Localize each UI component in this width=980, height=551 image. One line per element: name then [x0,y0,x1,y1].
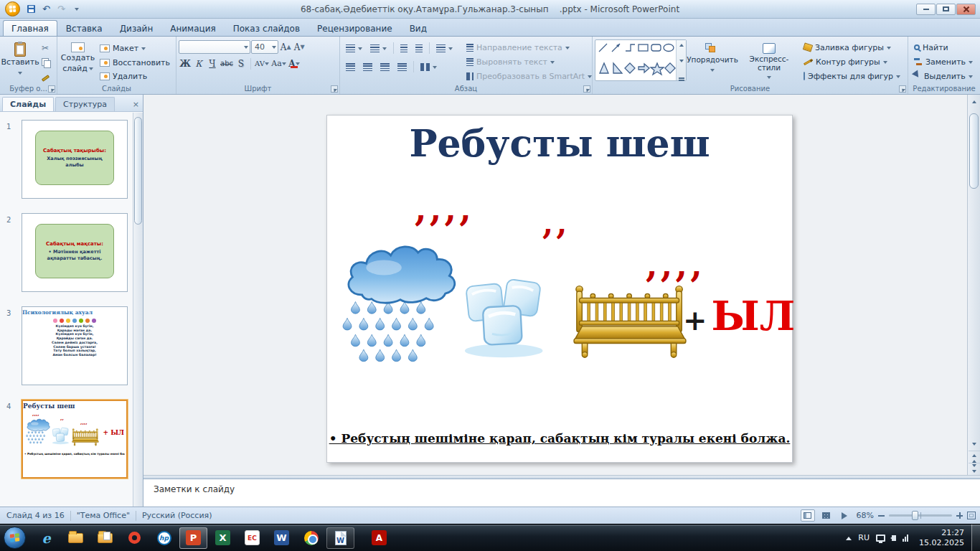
arrange-button[interactable]: Упорядочить [687,39,738,83]
panel-close-button[interactable]: × [133,100,139,108]
minimize-button[interactable] [916,4,936,15]
font-name-combo[interactable] [179,40,250,54]
shape-outline-button[interactable]: Контур фигуры [800,55,903,69]
rain-cloud-image[interactable] [341,239,458,365]
language-indicator[interactable]: Русский (Россия) [142,511,212,520]
character-spacing-button[interactable]: AV [254,57,270,70]
rebus-commas-2[interactable]: ,, [542,207,570,239]
justify-button[interactable] [394,60,410,74]
slide-thumbnail-1[interactable]: Сабақтың тақырыбы: Халық поэзиясының алы… [22,120,128,199]
reset-slide-button[interactable]: Восстановить [96,56,174,70]
scrollbar-thumb[interactable] [969,113,979,189]
tab-home[interactable]: Главная [3,20,57,36]
align-text-button[interactable]: Выровнять текст [463,55,589,69]
panel-scrollbar[interactable] [133,113,143,507]
taskbar-explorer-icon[interactable] [62,527,90,549]
shapes-gallery[interactable] [595,39,687,81]
taskbar-ec-app-icon[interactable]: ЕС [238,527,266,549]
columns-button[interactable] [417,60,440,74]
slideshow-button[interactable] [838,509,852,522]
decrease-indent-button[interactable] [397,41,411,55]
next-slide-button[interactable] [969,463,980,475]
rebus-commas-3[interactable]: ,,,, [646,248,705,282]
zoom-in-button[interactable] [956,512,963,519]
maximize-button[interactable] [936,4,956,15]
drawing-dialog-launcher[interactable] [899,85,906,93]
zoom-slider-thumb[interactable] [912,511,918,520]
taskbar-hp-icon[interactable]: hp [150,527,178,549]
slide-sorter-button[interactable] [819,509,834,522]
vertical-scrollbar[interactable] [967,95,980,475]
volume-tray-icon[interactable] [892,535,896,541]
clipboard-dialog-launcher[interactable] [48,85,55,93]
taskbar-word-document-icon[interactable]: W [326,527,354,549]
layout-button[interactable]: Макет [96,42,174,55]
delete-slide-button[interactable]: Удалить [96,70,174,83]
align-center-button[interactable] [359,60,376,74]
scroll-down-button[interactable] [969,439,980,451]
font-dialog-launcher[interactable] [331,85,338,93]
taskbar-ie-icon[interactable]: e [32,527,60,549]
font-color-button[interactable]: А [288,57,301,70]
scrollbar-track[interactable] [969,106,980,439]
rebus-commas-1[interactable]: ,,,, [415,192,474,226]
quick-styles-button[interactable]: Экспресс-стили [738,39,800,83]
display-tray-icon[interactable] [876,534,885,542]
hidden-icons-chevron[interactable] [846,534,852,540]
previous-slide-button[interactable] [969,451,980,463]
taskbar-documents-icon[interactable] [91,527,119,549]
network-tray-icon[interactable] [903,534,908,542]
paste-button[interactable]: Вставить [2,39,38,83]
ice-cubes-image[interactable] [462,266,550,360]
convert-smartart-button[interactable]: Преобразовать в SmartArt [463,69,589,83]
taskbar-word-icon[interactable]: W [268,527,296,549]
zoom-slider[interactable] [889,514,952,517]
scroll-up-button[interactable] [969,95,980,106]
taskbar-excel-icon[interactable]: X [209,527,237,549]
taskbar-opera-icon[interactable] [121,527,149,549]
shapes-more-icon[interactable] [679,77,684,79]
tab-animation[interactable]: Анимация [161,20,224,36]
customize-qat-button[interactable] [70,2,83,16]
replace-button[interactable]: Заменить [910,55,978,69]
taskbar-acrobat-icon[interactable]: A [365,527,393,549]
change-case-button[interactable]: Аа [270,57,287,70]
slide-editing-area[interactable]: Ребусты шеш ,,,, ,, ,,,, + ЫЛ • Ребустың… [326,115,793,463]
undo-button[interactable]: ↶ [39,2,53,16]
language-switcher[interactable]: RU [858,533,870,542]
save-button[interactable] [24,2,38,16]
slide-thumbnail-4-selected[interactable]: Ребусты шеш ,,,, ,, ,,,, + ЫЛ • Ребустың… [22,400,128,479]
zoom-out-button[interactable] [878,515,885,517]
taskbar-chrome-icon[interactable] [297,527,325,549]
underline-button[interactable]: Ч [206,57,219,70]
grow-font-button[interactable]: А▲ [279,40,292,54]
numbering-button[interactable] [367,41,390,55]
paragraph-dialog-launcher[interactable] [583,85,590,93]
line-spacing-button[interactable] [433,41,456,55]
text-shadow-button[interactable]: S [235,57,248,70]
text-direction-button[interactable]: Направление текста [463,40,589,55]
shape-effects-button[interactable]: Эффекты для фигур [800,69,903,83]
taskbar-powerpoint-icon[interactable]: P [179,527,207,549]
tab-insert[interactable]: Вставка [57,20,111,36]
align-right-button[interactable] [377,60,393,74]
align-left-button[interactable] [342,60,359,74]
tab-slides-thumbnails[interactable]: Слайды [2,97,54,111]
fit-to-window-button[interactable] [967,512,976,519]
cut-button[interactable]: ✂ [38,41,53,55]
notes-pane[interactable]: Заметки к слайду [143,479,980,507]
slide-title[interactable]: Ребусты шеш [327,121,792,165]
tab-review[interactable]: Рецензирование [308,20,401,36]
shrink-font-button[interactable]: А▼ [293,40,306,54]
panel-scrollbar-thumb[interactable] [134,117,142,225]
tab-outline[interactable]: Структура [55,97,115,111]
theme-indicator[interactable]: "Тема Office" [77,511,130,520]
rebus-suffix-group[interactable]: + ЫЛ [683,292,795,339]
strikethrough-button[interactable]: abc [220,57,234,70]
copy-button[interactable] [38,55,53,69]
zoom-level[interactable]: 68% [857,511,874,520]
tab-view[interactable]: Вид [401,20,435,36]
slide-task-text[interactable]: • Ребустың шешіміне қарап, сабақтың кім … [327,431,792,446]
format-painter-button[interactable] [38,70,53,83]
tab-design[interactable]: Дизайн [111,20,162,36]
